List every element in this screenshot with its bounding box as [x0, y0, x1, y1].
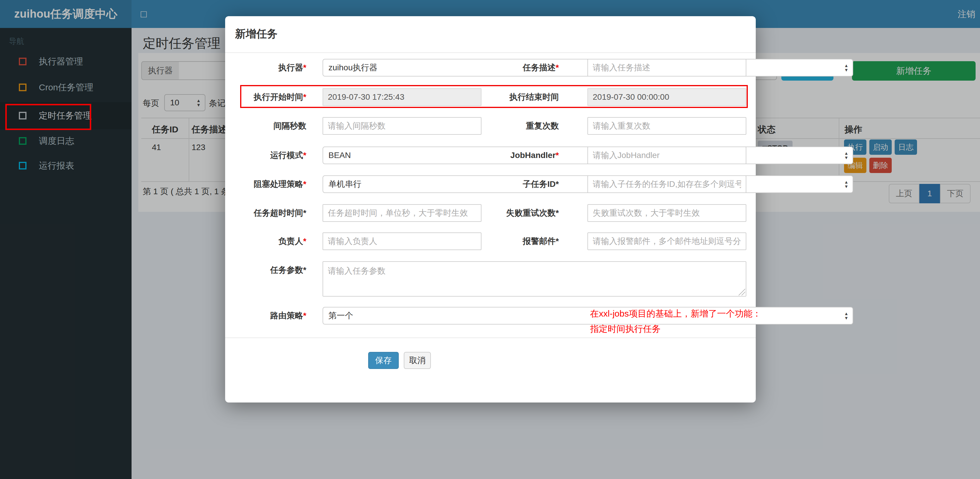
- child-jobid-input[interactable]: [587, 175, 746, 193]
- red-note-text: 在xxl-jobs项目的基础上，新增了一个功能： 指定时间执行任务: [590, 306, 761, 337]
- interval-input[interactable]: [323, 117, 482, 135]
- start-time-label: 执行开始时间*: [225, 88, 306, 106]
- select-arrows-icon: ▲▼: [844, 180, 848, 189]
- alarm-email-label: 报警邮件*: [478, 232, 559, 250]
- save-button[interactable]: 保存: [368, 352, 399, 369]
- fail-retry-label: 失败重试次数*: [478, 204, 559, 222]
- cancel-button[interactable]: 取消: [404, 352, 431, 369]
- interval-label: 间隔秒数: [225, 117, 306, 135]
- author-input[interactable]: [323, 232, 482, 250]
- red-note-line1: 在xxl-jobs项目的基础上，新增了一个功能：: [590, 306, 761, 321]
- select-arrows-icon: ▲▼: [844, 311, 848, 320]
- task-desc-label: 任务描述*: [478, 59, 559, 76]
- block-strategy-label: 阻塞处理策略*: [225, 175, 306, 193]
- end-time-input[interactable]: [587, 88, 746, 106]
- task-desc-input[interactable]: [587, 59, 746, 76]
- select-arrows-icon: ▲▼: [844, 151, 848, 160]
- glue-type-label: 运行模式*: [225, 146, 306, 164]
- job-handler-label: JobHandler*: [478, 146, 559, 164]
- timeout-label: 任务超时时间*: [225, 204, 306, 222]
- alarm-email-input[interactable]: [587, 232, 746, 250]
- end-time-label: 执行结束时间: [478, 88, 559, 106]
- modal-header-divider: [225, 53, 756, 53]
- fail-retry-input[interactable]: [587, 204, 746, 222]
- job-param-textarea[interactable]: [323, 261, 746, 297]
- author-label: 负责人*: [225, 232, 306, 250]
- child-jobid-label: 子任务ID*: [478, 175, 559, 193]
- modal-footer-divider: [225, 337, 756, 338]
- timeout-input[interactable]: [323, 204, 482, 222]
- executor-label: 执行器*: [225, 59, 306, 76]
- repeat-input[interactable]: [587, 117, 746, 135]
- modal-title: 新增任务: [235, 27, 277, 41]
- repeat-label: 重复次数: [478, 117, 559, 135]
- add-task-modal: 新增任务 执行器* zuihou执行器 ▲▼ 任务描述* 执行开始时间* 执行结…: [225, 16, 756, 403]
- app-window: zuihou任务调度中心 □ 注销 导航 执行器管理 Cron任务管理 定时任务…: [0, 0, 980, 479]
- route-strategy-select[interactable]: 第一个 ▲▼: [323, 307, 853, 325]
- start-time-input[interactable]: [323, 88, 482, 106]
- textarea-resize-handle[interactable]: [738, 288, 745, 295]
- select-arrows-icon: ▲▼: [844, 63, 848, 72]
- job-handler-input[interactable]: [587, 146, 746, 164]
- red-note-line2: 指定时间执行任务: [590, 321, 761, 337]
- route-strategy-label: 路由策略*: [225, 307, 306, 325]
- job-param-label: 任务参数*: [225, 261, 306, 279]
